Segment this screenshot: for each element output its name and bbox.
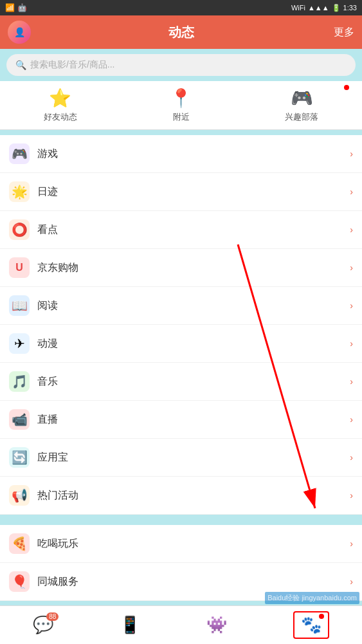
games-arrow: › [350, 149, 353, 159]
bottom-nav-discover[interactable]: 👾 [206, 615, 227, 635]
signal-icon: ▲▲▲ [308, 4, 329, 12]
eat-icon: 🍕 [9, 533, 30, 554]
appstore-icon: 🔄 [9, 447, 30, 468]
appstore-arrow: › [350, 452, 353, 463]
nav-tabs: ⭐ 好友动态 📍 附近 🎮 兴趣部落 [0, 81, 362, 130]
menu-item-hot[interactable]: 📢 热门活动 › [0, 477, 362, 515]
kandian-label: 看点 [37, 223, 350, 237]
live-icon: 📹 [9, 409, 30, 430]
star-icon: ⭐ [49, 87, 71, 109]
interest-badge [344, 85, 349, 90]
local-arrow: › [350, 576, 353, 587]
kandian-icon: ⭕ [9, 219, 30, 240]
wifi-icon: WiFi [291, 4, 305, 12]
hot-label: 热门活动 [37, 489, 350, 502]
local-icon: 🎈 [9, 571, 30, 592]
jd-icon: U [9, 257, 30, 278]
header-title: 动态 [168, 24, 194, 41]
read-label: 阅读 [37, 299, 350, 313]
search-icon: 🔍 [15, 60, 26, 70]
me-icon: 🐾 [301, 615, 321, 635]
location-icon: 📍 [170, 87, 192, 109]
live-label: 直播 [37, 413, 350, 427]
jd-arrow: › [350, 262, 353, 273]
sim-icon: 📶 [5, 3, 15, 12]
menu-list-bottom: 🍕 吃喝玩乐 › 🎈 同城服务 › [0, 525, 362, 601]
tab-interest[interactable]: 🎮 兴趣部落 [241, 87, 362, 123]
menu-item-diary[interactable]: 🌟 日迹 › [0, 173, 362, 211]
kandian-arrow: › [350, 225, 353, 235]
menu-item-read[interactable]: 📖 阅读 › [0, 287, 362, 325]
avatar[interactable]: 👤 [8, 21, 31, 44]
status-left: 📶 🤖 [5, 3, 27, 12]
menu-item-jd[interactable]: U 京东购物 › [0, 249, 362, 287]
discover-icon: 👾 [206, 615, 227, 635]
menu-item-anime[interactable]: ✈ 动漫 › [0, 325, 362, 363]
time: 1:33 [343, 4, 357, 12]
eat-arrow: › [350, 538, 353, 549]
music-icon: 🎵 [9, 371, 30, 392]
menu-list-top: 🎮 游戏 › 🌟 日迹 › ⭕ 看点 › U 京东购物 › 📖 阅读 › ✈ 动… [0, 135, 362, 515]
anime-label: 动漫 [37, 337, 350, 351]
android-icon: 🤖 [17, 3, 27, 12]
header: 👤 动态 更多 [0, 15, 362, 49]
bottom-nav-contacts[interactable]: 📱 [120, 615, 140, 635]
live-arrow: › [350, 414, 353, 425]
menu-item-eat[interactable]: 🍕 吃喝玩乐 › [0, 525, 362, 563]
local-label: 同城服务 [37, 575, 350, 589]
interest-icon: 🎮 [291, 87, 313, 109]
read-icon: 📖 [9, 295, 30, 316]
jd-label: 京东购物 [37, 261, 350, 275]
status-bar: 📶 🤖 WiFi ▲▲▲ 🔋 1:33 [0, 0, 362, 15]
bottom-nav-me[interactable]: 🐾 [293, 611, 329, 639]
games-icon: 🎮 [9, 143, 30, 164]
music-label: 音乐 [37, 375, 350, 389]
menu-item-live[interactable]: 📹 直播 › [0, 401, 362, 439]
contacts-icon: 📱 [120, 615, 140, 635]
diary-icon: 🌟 [9, 181, 30, 202]
menu-item-games[interactable]: 🎮 游戏 › [0, 135, 362, 173]
games-label: 游戏 [37, 147, 350, 161]
section-gap [0, 515, 362, 520]
msg-badge: 88 [46, 612, 59, 621]
anime-arrow: › [350, 338, 353, 349]
menu-item-music[interactable]: 🎵 音乐 › [0, 363, 362, 401]
menu-item-kandian[interactable]: ⭕ 看点 › [0, 211, 362, 249]
tab-interest-label: 兴趣部落 [285, 111, 318, 123]
search-bar[interactable]: 🔍 搜索电影/音乐/商品... [6, 54, 356, 76]
anime-icon: ✈ [9, 333, 30, 354]
bottom-nav-msg[interactable]: 💬 88 [33, 615, 53, 635]
diary-arrow: › [350, 187, 353, 197]
music-arrow: › [350, 376, 353, 387]
hot-icon: 📢 [9, 485, 30, 506]
bottom-nav: 💬 88 📱 👾 🐾 [0, 605, 362, 644]
menu-item-appstore[interactable]: 🔄 应用宝 › [0, 439, 362, 477]
read-arrow: › [350, 300, 353, 311]
status-right: WiFi ▲▲▲ 🔋 1:33 [291, 4, 357, 12]
search-placeholder: 搜索电影/音乐/商品... [30, 59, 114, 71]
diary-label: 日迹 [37, 185, 350, 199]
more-button[interactable]: 更多 [334, 26, 354, 39]
battery-icon: 🔋 [332, 4, 341, 12]
me-badge [319, 614, 324, 619]
appstore-label: 应用宝 [37, 451, 350, 465]
watermark: Baidu经验 jingyanbaidu.com [265, 592, 359, 604]
hot-arrow: › [350, 490, 353, 501]
tab-friends-label: 好友动态 [44, 111, 77, 123]
tab-friends[interactable]: ⭐ 好友动态 [0, 87, 121, 123]
tab-nearby-label: 附近 [173, 111, 190, 123]
tab-nearby[interactable]: 📍 附近 [121, 87, 242, 123]
eat-label: 吃喝玩乐 [37, 537, 350, 551]
